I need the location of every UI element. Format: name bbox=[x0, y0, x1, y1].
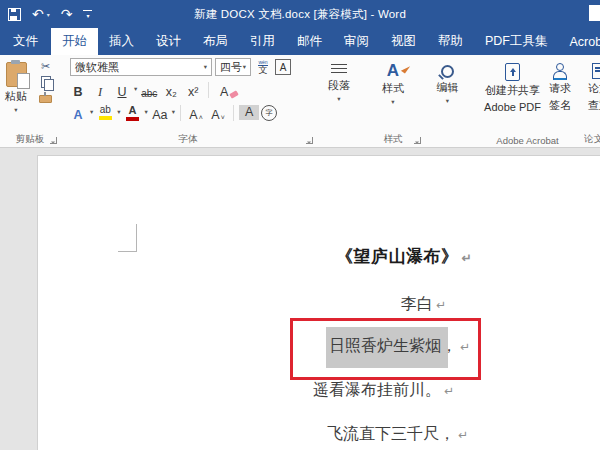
underline-chevron-down-icon[interactable]: ▾ bbox=[134, 86, 137, 93]
paragraph-label: 段落 bbox=[328, 79, 350, 93]
font-dialog-launcher[interactable] bbox=[306, 137, 313, 144]
underline-button[interactable]: U bbox=[112, 80, 132, 99]
window-title: 新建 DOCX 文档.docx [兼容模式] - Word bbox=[0, 0, 600, 28]
tab-layout[interactable]: 布局 bbox=[192, 28, 239, 55]
shrink-font-button[interactable]: A˅ bbox=[208, 103, 228, 122]
styles-icon: A bbox=[387, 62, 399, 79]
text-effects-button[interactable]: A bbox=[68, 103, 88, 122]
editing-button[interactable]: 编辑 ▾ bbox=[424, 55, 471, 127]
font-size-value: 四号 bbox=[220, 60, 242, 75]
search-icon bbox=[441, 65, 454, 78]
tab-review[interactable]: 审阅 bbox=[333, 28, 380, 55]
font-size-combobox[interactable]: 四号 ▾ bbox=[215, 58, 251, 76]
poem-line-3[interactable]: 飞流直下三千尺，↵ bbox=[327, 424, 468, 445]
editing-chevron-down-icon[interactable]: ▾ bbox=[446, 98, 449, 105]
format-painter-icon[interactable] bbox=[39, 95, 52, 103]
eraser-icon bbox=[230, 90, 239, 98]
change-case-chevron-down-icon[interactable]: ▾ bbox=[172, 109, 175, 116]
styles-dialog-launcher[interactable] bbox=[414, 137, 421, 144]
grow-font-button[interactable]: A˄ bbox=[186, 103, 206, 122]
tab-file[interactable]: 文件 bbox=[0, 28, 51, 55]
font-color-button[interactable]: A bbox=[123, 103, 143, 122]
font-name-chevron-down-icon[interactable]: ▾ bbox=[204, 64, 207, 71]
ribbon: 粘贴 ▾ ✂ 剪贴板 微软雅黑 ▾ 四号 ▾ wén 文 bbox=[0, 55, 600, 148]
subscript-button[interactable]: x₂ bbox=[161, 80, 181, 99]
tab-insert[interactable]: 插入 bbox=[98, 28, 145, 55]
styles-button[interactable]: A 样式 ▾ bbox=[362, 55, 424, 127]
acrobat-group-label: Adobe Acrobat bbox=[471, 135, 584, 146]
font-color-bar bbox=[126, 117, 139, 121]
ribbon-tab-bar: 文件 开始 插入 设计 布局 引用 邮件 审阅 视图 帮助 PDF工具集 Acr… bbox=[0, 28, 600, 55]
highlight-color-bar bbox=[99, 116, 112, 120]
font-group: 微软雅黑 ▾ 四号 ▾ wén 文 A B I U ▾ abc x₂ x² A bbox=[60, 55, 316, 147]
paragraph-lines-icon bbox=[331, 64, 347, 76]
cut-icon[interactable]: ✂ bbox=[41, 61, 50, 72]
paste-chevron-down-icon[interactable]: ▾ bbox=[14, 107, 17, 114]
clear-formatting-button[interactable]: A bbox=[214, 80, 234, 99]
baidu-clipped-group: 论文 查重 论文查重 bbox=[584, 55, 600, 147]
font-name-combobox[interactable]: 微软雅黑 ▾ bbox=[70, 58, 212, 76]
request-signatures-button[interactable]: 请求 签名 bbox=[549, 55, 571, 127]
enclose-characters-icon[interactable]: 字 bbox=[261, 105, 277, 121]
phonetic-guide-icon[interactable]: wén 文 bbox=[254, 60, 272, 75]
styles-chevron-down-icon[interactable]: ▾ bbox=[391, 99, 394, 106]
text-highlight-button[interactable]: ab bbox=[95, 103, 115, 122]
styles-label: 样式 bbox=[382, 82, 404, 96]
paste-button[interactable]: 粘贴 ▾ bbox=[0, 59, 32, 131]
tab-home[interactable]: 开始 bbox=[51, 28, 98, 55]
paragraph-mark-icon: ↵ bbox=[436, 298, 446, 312]
titlebar-clipped-control bbox=[589, 5, 600, 21]
bold-button[interactable]: B bbox=[68, 80, 88, 99]
signature-person-icon bbox=[552, 63, 568, 79]
pdf-document-icon bbox=[505, 63, 520, 81]
document-check-icon bbox=[592, 63, 600, 79]
red-annotation-box bbox=[290, 318, 481, 380]
brush-icon bbox=[401, 63, 410, 73]
character-border-icon[interactable]: A bbox=[275, 59, 291, 75]
character-shading-button[interactable]: A bbox=[239, 105, 259, 120]
poem-title[interactable]: 《望庐山瀑布》↵ bbox=[336, 245, 472, 268]
styles-group: A 样式 ▾ 样式 bbox=[362, 55, 424, 147]
tab-acrobat[interactable]: Acrobat bbox=[559, 28, 600, 55]
title-bar: ↶ ▾ ↷ ▾ 新建 DOCX 文档.docx [兼容模式] - Word bbox=[0, 0, 600, 28]
tab-pdf-tools[interactable]: PDF工具集 bbox=[474, 28, 559, 55]
poem-author[interactable]: 李白↵ bbox=[401, 294, 446, 315]
margin-corner-mark bbox=[118, 224, 137, 252]
paragraph-button[interactable]: 段落 ▾ bbox=[316, 55, 362, 127]
adobe-acrobat-group: 创建并共享 Adobe PDF 请求 签名 Adobe Acrobat bbox=[471, 55, 584, 147]
text-effects-chevron-down-icon[interactable]: ▾ bbox=[90, 109, 93, 116]
clipboard-group: 粘贴 ▾ ✂ 剪贴板 bbox=[0, 55, 60, 147]
create-share-pdf-button[interactable]: 创建并共享 Adobe PDF bbox=[484, 55, 541, 127]
tab-mailings[interactable]: 邮件 bbox=[286, 28, 333, 55]
tab-view[interactable]: 视图 bbox=[380, 28, 427, 55]
font-color-chevron-down-icon[interactable]: ▾ bbox=[145, 109, 148, 116]
change-case-button[interactable]: Aa bbox=[150, 103, 170, 122]
paragraph-mark-icon: ↵ bbox=[458, 428, 468, 442]
baidu-group-label: 论文查重 bbox=[584, 133, 600, 146]
paragraph-group: 段落 ▾ bbox=[316, 55, 362, 147]
paper-check-button[interactable]: 论文 查重 bbox=[584, 55, 600, 127]
tab-help[interactable]: 帮助 bbox=[427, 28, 474, 55]
superscript-button[interactable]: x² bbox=[183, 80, 203, 99]
document-page[interactable] bbox=[37, 155, 600, 450]
font-size-chevron-down-icon[interactable]: ▾ bbox=[243, 64, 246, 71]
font-name-value: 微软雅黑 bbox=[75, 60, 119, 75]
strikethrough-button[interactable]: abc bbox=[139, 80, 159, 99]
tab-references[interactable]: 引用 bbox=[239, 28, 286, 55]
clipboard-dialog-launcher[interactable] bbox=[50, 137, 57, 144]
paragraph-chevron-down-icon[interactable]: ▾ bbox=[337, 96, 340, 103]
font-group-label: 字体 bbox=[60, 133, 316, 146]
copy-icon[interactable] bbox=[41, 76, 51, 88]
poem-line-2[interactable]: 遥看瀑布挂前川。↵ bbox=[313, 380, 454, 401]
editing-label: 编辑 bbox=[437, 81, 459, 95]
paste-label: 粘贴 bbox=[5, 90, 27, 104]
paste-clipboard-icon bbox=[6, 62, 27, 87]
italic-button[interactable]: I bbox=[90, 80, 110, 99]
highlight-chevron-down-icon[interactable]: ▾ bbox=[117, 109, 120, 116]
paragraph-mark-icon: ↵ bbox=[462, 251, 473, 265]
editing-group: 编辑 ▾ bbox=[424, 55, 471, 147]
paragraph-mark-icon: ↵ bbox=[444, 384, 454, 398]
tab-design[interactable]: 设计 bbox=[145, 28, 192, 55]
